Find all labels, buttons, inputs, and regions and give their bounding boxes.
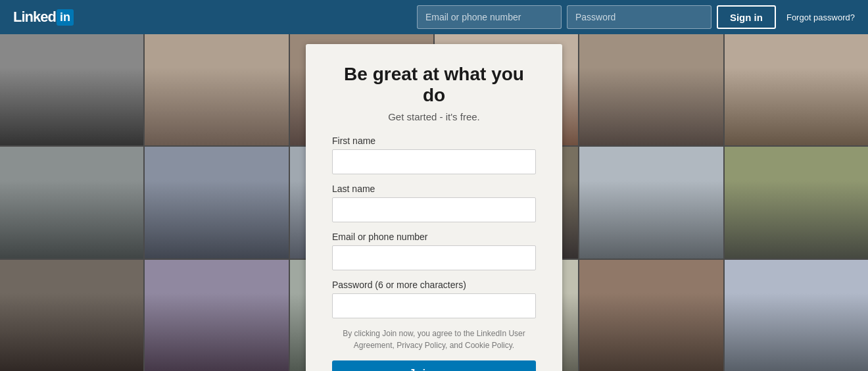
password-group: Password (6 or more characters) xyxy=(332,280,536,318)
email-label: Email or phone number xyxy=(332,232,536,242)
join-now-button[interactable]: Join now xyxy=(332,360,536,371)
logo-text: Linked xyxy=(13,9,56,26)
logo: Linkedin xyxy=(13,9,74,26)
header-email-input[interactable] xyxy=(417,5,562,29)
header: Linkedin Sign in Forgot password? xyxy=(0,0,868,34)
logo-in-badge: in xyxy=(57,9,74,26)
last-name-label: Last name xyxy=(332,184,536,194)
header-password-input[interactable] xyxy=(567,5,711,29)
password-input[interactable] xyxy=(332,293,536,318)
first-name-input[interactable] xyxy=(332,149,536,174)
first-name-label: First name xyxy=(332,136,536,146)
signup-modal: Be great at what you do Get started - it… xyxy=(306,44,562,371)
first-name-group: First name xyxy=(332,136,536,174)
modal-subtitle: Get started - it's free. xyxy=(332,111,536,122)
email-group: Email or phone number xyxy=(332,232,536,270)
modal-overlay: Be great at what you do Get started - it… xyxy=(0,34,868,371)
email-input[interactable] xyxy=(332,245,536,270)
last-name-input[interactable] xyxy=(332,197,536,222)
last-name-group: Last name xyxy=(332,184,536,222)
forgot-password-link[interactable]: Forgot password? xyxy=(786,12,855,22)
modal-title: Be great at what you do xyxy=(332,64,536,106)
terms-text: By clicking Join now, you agree to the L… xyxy=(332,328,536,351)
header-auth-area: Sign in Forgot password? xyxy=(417,5,855,29)
password-label: Password (6 or more characters) xyxy=(332,280,536,290)
signin-button[interactable]: Sign in xyxy=(717,5,776,29)
